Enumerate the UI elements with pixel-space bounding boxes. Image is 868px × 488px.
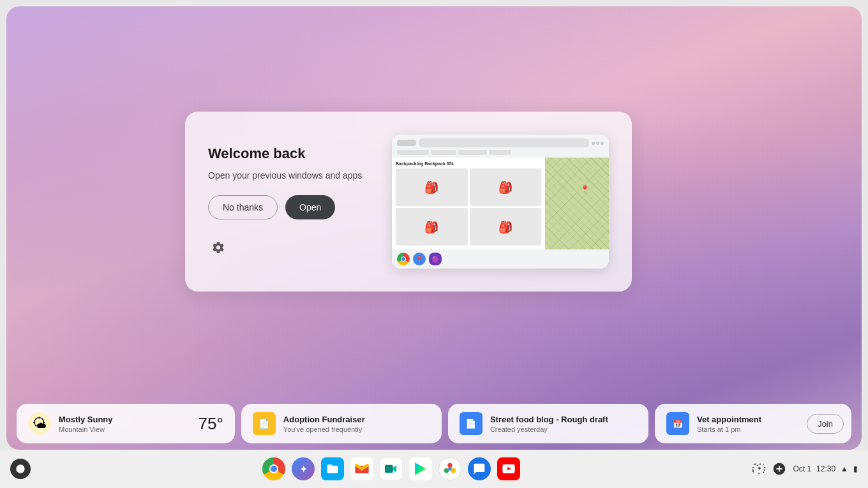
adoption-title: Adoption Fundraiser xyxy=(283,415,430,424)
svg-point-2 xyxy=(448,463,453,468)
shelf-app-files[interactable] xyxy=(320,456,345,482)
doc-yellow-icon: 📄 xyxy=(253,412,276,435)
shelf-app-gmail[interactable] xyxy=(349,456,375,482)
screen-capture-button[interactable] xyxy=(752,462,766,476)
launcher-button[interactable] xyxy=(10,459,31,479)
shop-product-title: Backpacking Backpack 65L xyxy=(396,161,541,166)
gmail-m-icon xyxy=(355,464,369,474)
status-area[interactable]: Oct 1 12:30 ▲ ▮ xyxy=(793,464,858,473)
messages-icon-svg xyxy=(473,462,486,475)
vet-subtitle: Starts at 1 pm xyxy=(697,425,799,433)
product-item-1: 🎒 xyxy=(396,168,468,206)
messages-icon xyxy=(468,457,491,480)
welcome-dialog: Welcome back Open your previous windows … xyxy=(185,112,632,292)
streetfood-card[interactable]: 📄 Street food blog - Rough draft Created… xyxy=(448,404,648,443)
settings-button[interactable] xyxy=(208,237,228,258)
weather-title: Mostly Sunny xyxy=(59,415,191,424)
chrome-app-icon xyxy=(397,253,410,265)
no-thanks-button[interactable]: No thanks xyxy=(208,195,278,219)
wallpaper: Welcome back Open your previous windows … xyxy=(6,6,862,450)
shelf-app-play[interactable] xyxy=(408,456,433,482)
add-button[interactable] xyxy=(772,462,786,476)
vet-card[interactable]: 📅 Vet appointment Starts at 1 pm Join xyxy=(655,404,851,443)
browser-preview: Backpacking Backpack 65L 🎒 🎒 🎒 🎒 xyxy=(392,135,609,269)
svg-point-4 xyxy=(444,468,449,473)
play-icon xyxy=(409,457,432,480)
shelf-left xyxy=(10,459,31,479)
product-item-4: 🎒 xyxy=(470,208,542,246)
weather-text: Mostly Sunny Mountain View xyxy=(59,415,191,433)
shelf-app-messages[interactable] xyxy=(467,456,492,482)
browser-content: Backpacking Backpack 65L 🎒 🎒 🎒 🎒 xyxy=(392,158,609,249)
photos-icon xyxy=(438,457,461,480)
shelf: ✦ xyxy=(0,450,868,488)
gear-icon xyxy=(211,240,225,255)
browser-app-icons: 📍 🟣 xyxy=(392,249,609,269)
photos-icon-svg xyxy=(443,462,457,476)
address-bar xyxy=(419,138,589,147)
weather-temp: 75° xyxy=(198,414,223,434)
browser-controls xyxy=(592,142,604,145)
streetfood-subtitle: Created yesterday xyxy=(490,425,637,433)
battery-icon: ▮ xyxy=(853,464,858,473)
chrome-icon xyxy=(262,457,285,480)
product-item-2: 🎒 xyxy=(470,168,542,206)
shelf-app-chrome[interactable] xyxy=(261,456,287,482)
dialog-title: Welcome back xyxy=(208,145,373,162)
shelf-apps: ✦ xyxy=(31,456,752,482)
vet-title: Vet appointment xyxy=(697,415,799,424)
gemini-icon: ✦ xyxy=(292,457,315,480)
weather-icon: 🌤 xyxy=(28,412,51,435)
launcher-icon-svg xyxy=(15,464,26,474)
shelf-app-photos[interactable] xyxy=(437,456,463,482)
suggestions-bar: 🌤 Mostly Sunny Mountain View 75° 📄 Adopt… xyxy=(6,397,862,450)
date-label: Oct 1 xyxy=(793,464,811,473)
browser-chrome-bar xyxy=(392,135,609,158)
adoption-text: Adoption Fundraiser You've opened freque… xyxy=(283,415,430,433)
join-button[interactable]: Join xyxy=(807,414,844,434)
map-preview: 📍 xyxy=(545,158,609,249)
time-label: 12:30 xyxy=(816,464,835,473)
shop-preview: Backpacking Backpack 65L 🎒 🎒 🎒 🎒 xyxy=(392,158,545,249)
screen-capture-icon xyxy=(752,462,766,476)
adoption-card[interactable]: 📄 Adoption Fundraiser You've opened freq… xyxy=(241,404,442,443)
gmail-icon xyxy=(350,457,373,480)
shelf-right: Oct 1 12:30 ▲ ▮ xyxy=(752,462,858,476)
files-icon xyxy=(321,457,344,480)
youtube-icon-svg xyxy=(502,464,515,473)
calendar-icon: 📅 xyxy=(666,412,689,435)
shop-product-grid: 🎒 🎒 🎒 🎒 xyxy=(396,168,541,246)
map-pin-icon: 📍 xyxy=(580,185,590,194)
files-icon-svg xyxy=(326,462,339,475)
svg-point-0 xyxy=(16,464,24,473)
photos-app-icon: 🟣 xyxy=(429,253,442,265)
maps-app-icon: 📍 xyxy=(413,253,426,265)
weather-card[interactable]: 🌤 Mostly Sunny Mountain View 75° xyxy=(17,404,235,443)
shelf-app-meet[interactable] xyxy=(378,456,404,482)
meet-icon xyxy=(380,457,403,480)
browser-top-bar xyxy=(397,138,604,147)
shelf-app-gemini[interactable]: ✦ xyxy=(290,456,316,482)
map-texture xyxy=(545,158,609,249)
youtube-icon xyxy=(497,457,520,480)
weather-location: Mountain View xyxy=(59,425,191,433)
dialog-buttons: No thanks Open xyxy=(208,195,373,219)
product-item-3: 🎒 xyxy=(396,208,468,246)
wifi-icon: ▲ xyxy=(841,464,848,473)
adoption-subtitle: You've opened frequently xyxy=(283,425,430,433)
meet-icon-svg xyxy=(384,463,398,475)
doc-blue-icon: 📄 xyxy=(460,412,483,435)
streetfood-title: Street food blog - Rough draft xyxy=(490,415,637,424)
chrome-inner-circle xyxy=(269,464,278,473)
shelf-app-youtube[interactable] xyxy=(496,456,521,482)
svg-rect-1 xyxy=(385,465,393,473)
svg-point-5 xyxy=(448,467,452,471)
dialog-left: Welcome back Open your previous windows … xyxy=(208,145,373,258)
streetfood-text: Street food blog - Rough draft Created y… xyxy=(490,415,637,433)
play-icon-svg xyxy=(414,462,427,476)
vet-text: Vet appointment Starts at 1 pm xyxy=(697,415,799,433)
open-button[interactable]: Open xyxy=(285,195,335,219)
add-icon xyxy=(772,462,786,476)
svg-point-3 xyxy=(451,468,456,473)
dialog-subtitle: Open your previous windows and apps xyxy=(208,170,373,182)
